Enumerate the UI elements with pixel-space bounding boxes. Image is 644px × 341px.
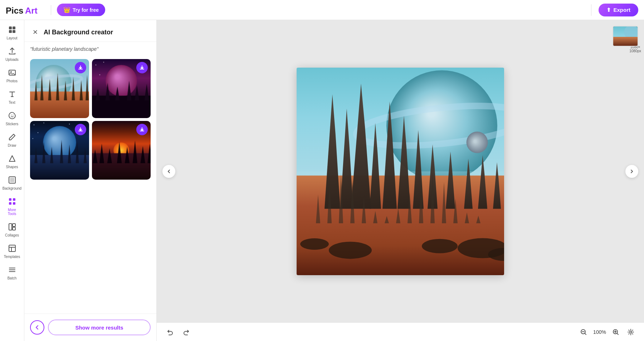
export-button[interactable]: ⬆ Export [599,4,638,16]
zoom-in-icon [613,329,619,335]
download-badge-3[interactable] [75,124,86,135]
thumbnail-wrapper: 1080× 1080px [629,23,641,53]
grid-item-3[interactable] [30,121,89,180]
thumbnail-preview [613,26,638,47]
svg-rect-15 [13,202,15,205]
svg-text:Art: Art [25,6,38,15]
topbar-vertical-divider [591,4,591,16]
try-free-button[interactable]: 👑 Try for free [57,4,105,16]
export-label: Export [613,7,630,13]
svg-rect-18 [13,227,15,230]
main-canvas[interactable] [297,68,504,275]
svg-rect-4 [9,30,12,33]
sidebar-item-label-draw: Draw [8,143,16,147]
grid-item-2[interactable] [92,59,151,118]
thumbnail-canvas [613,26,638,47]
download-icon-2 [140,65,145,70]
try-free-label: Try for free [73,7,99,13]
sidebar-item-label-templates: Templates [4,255,20,259]
sidebar-item-templates[interactable]: Templates [1,242,23,262]
sidebar-item-label-uploads: Uploads [5,58,19,62]
svg-rect-12 [9,198,11,201]
bottom-toolbar: 100% [157,322,644,341]
sidebar-item-label-collages: Collages [5,233,19,237]
svg-rect-5 [13,30,15,33]
svg-rect-17 [13,224,15,226]
zoom-in-button[interactable] [610,326,622,338]
download-icon-3 [78,127,83,132]
main-canvas-element [297,68,504,275]
shapes-icon [8,155,16,164]
sidebar-item-label-photos: Photos [6,79,18,83]
download-badge-2[interactable] [136,62,148,73]
download-icon-1 [78,65,83,70]
panel-body [24,56,156,313]
sidebar-item-label-shapes: Shapes [6,165,18,169]
templates-icon [8,244,16,254]
svg-rect-11 [10,178,14,182]
sidebar-item-shapes[interactable]: Shapes [1,152,23,172]
redo-button[interactable] [180,326,192,338]
download-icon-4 [140,127,145,132]
canvas-nav-left[interactable] [162,165,175,178]
draw-icon [8,133,16,142]
sidebar-item-uploads[interactable]: Uploads [1,44,23,64]
grid-item-1[interactable] [30,59,89,118]
image-grid [30,59,151,180]
undo-icon [167,329,173,335]
text-icon [8,90,16,99]
svg-point-22 [630,331,632,333]
download-badge-4[interactable] [136,124,148,135]
svg-rect-2 [9,26,12,29]
background-icon [8,176,16,185]
svg-point-8 [11,115,11,116]
sidebar-item-collages[interactable]: Collages [1,220,23,240]
canvas-area: 1080× 1080px [157,20,644,341]
zoom-level: 100% [592,329,607,335]
sidebar-item-photos[interactable]: Photos [1,66,23,86]
sidebar-item-more-tools[interactable]: More Tools [1,195,23,219]
canvas-nav-right[interactable] [625,165,638,178]
undo-button[interactable] [164,326,176,338]
sidebar-item-label-more-tools: More Tools [4,208,21,216]
sidebar-item-label-text: Text [9,101,15,104]
export-icon: ⬆ [606,7,611,13]
svg-rect-16 [9,224,12,230]
topbar-divider [51,5,51,15]
thumbnail-size-label2: 1080px [629,49,641,53]
more-tools-icon [8,198,16,207]
back-button[interactable] [30,320,44,335]
sidebar-item-stickers[interactable]: Stickers [1,109,23,129]
sidebar-item-draw[interactable]: Draw [1,130,23,150]
panel: ✕ AI Background creator "futuristic plan… [24,20,157,341]
uploads-icon [8,47,16,57]
collages-icon [8,223,16,232]
panel-header: ✕ AI Background creator [24,20,156,42]
sidebar-item-layout[interactable]: Layout [1,23,23,43]
sidebar-item-label-stickers: Stickers [6,122,19,126]
show-more-button[interactable]: Show more results [48,320,151,335]
grid-item-4[interactable] [92,121,151,180]
sidebar-item-background[interactable]: Background [1,173,23,193]
settings-button[interactable] [625,326,637,338]
panel-footer: Show more results [24,313,156,341]
download-badge-1[interactable] [75,62,86,73]
chevron-left-icon [167,169,171,174]
left-sidebar: Layout Uploads Photos Text Stickers [0,20,24,341]
zoom-out-icon [580,329,587,335]
photos-icon [8,69,16,78]
zoom-out-button[interactable] [577,326,590,338]
batch-icon [8,266,16,275]
picsart-logo-svg: Pics Art [6,4,45,16]
sidebar-item-label-batch: Batch [8,276,17,280]
panel-title: AI Background creator [44,29,113,36]
sidebar-item-text[interactable]: Text [1,87,23,107]
sidebar-item-label-layout: Layout [6,36,17,40]
topbar: Pics Art 👑 Try for free ⬆ Export [0,0,644,20]
zoom-controls: 100% [577,326,637,338]
svg-rect-3 [13,26,15,29]
topbar-right: ⬆ Export [588,4,638,16]
svg-point-9 [13,115,13,116]
sidebar-item-batch[interactable]: Batch [1,263,23,283]
close-button[interactable]: ✕ [30,27,40,37]
